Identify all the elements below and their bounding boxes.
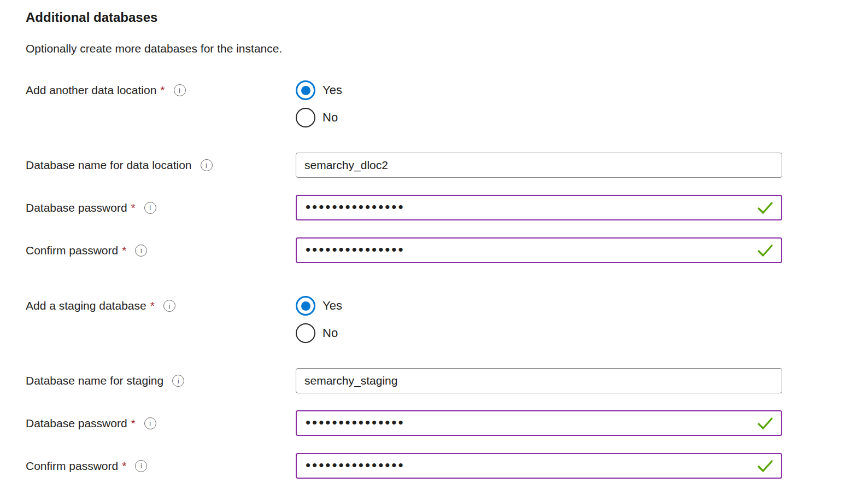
valid-check-icon	[757, 416, 773, 431]
field-label-group: Confirm password * i	[26, 459, 296, 473]
page: { "header": { "title": "Additional datab…	[0, 0, 868, 500]
required-asterisk: *	[122, 243, 126, 258]
radio-dot	[301, 301, 310, 311]
radio-selected-icon	[296, 296, 315, 316]
radio-selected-icon	[296, 80, 315, 100]
form-row-dloc-password: Database password * i •••••••••••••••	[26, 195, 868, 220]
field-label-group: Database password * i	[26, 416, 296, 431]
radio-option-no[interactable]: No	[296, 323, 782, 343]
required-asterisk: *	[131, 201, 136, 215]
masked-password-text: •••••••••••••••	[306, 415, 405, 429]
radio-option-label: No	[322, 326, 338, 340]
field-label: Confirm password	[26, 459, 118, 473]
valid-check-icon	[757, 243, 773, 258]
info-icon[interactable]: i	[172, 375, 184, 387]
radio-unselected-icon	[296, 108, 315, 127]
additional-databases-form: Add another data location * i Yes No	[26, 80, 868, 479]
page-subtitle: Optionally create more databases for the…	[26, 42, 868, 56]
info-icon[interactable]: i	[135, 245, 147, 257]
field-label-group: Database name for data location i	[26, 158, 296, 172]
required-asterisk: *	[131, 416, 136, 431]
radio-group-add-data-location: Yes No	[296, 80, 782, 127]
info-icon-glyph: i	[168, 303, 170, 310]
info-icon-glyph: i	[140, 247, 142, 254]
radio-option-no[interactable]: No	[296, 108, 782, 127]
info-icon[interactable]: i	[174, 84, 186, 96]
info-icon-glyph: i	[149, 420, 151, 427]
info-icon-glyph: i	[206, 162, 207, 169]
field-label-group: Confirm password * i	[26, 243, 296, 258]
form-row-staging-confirm: Confirm password * i •••••••••••••••	[26, 453, 868, 479]
field-label: Add a staging database	[26, 299, 146, 313]
radio-option-yes[interactable]: Yes	[296, 80, 782, 100]
form-panel: Additional databases Optionally create m…	[0, 0, 868, 479]
page-title: Additional databases	[26, 10, 868, 25]
info-icon[interactable]: i	[144, 417, 156, 429]
form-row-add-data-location: Add another data location * i Yes No	[26, 80, 868, 127]
info-icon-glyph: i	[140, 462, 142, 469]
field-label: Database password	[26, 416, 127, 431]
field-label-group: Database password * i	[26, 201, 296, 215]
field-label: Add another data location	[26, 83, 156, 97]
valid-check-icon	[757, 201, 773, 215]
dloc-name-input[interactable]	[296, 153, 782, 178]
dloc-confirm-password-input[interactable]: •••••••••••••••	[296, 237, 782, 263]
field-label-group: Database name for staging i	[26, 374, 296, 388]
field-label: Database password	[26, 201, 127, 215]
radio-group-add-staging: Yes No	[296, 296, 782, 343]
form-row-add-staging: Add a staging database * i Yes No	[26, 296, 868, 343]
radio-option-yes[interactable]: Yes	[296, 296, 782, 316]
required-asterisk: *	[150, 299, 155, 313]
masked-password-text: •••••••••••••••	[306, 458, 405, 472]
field-label: Confirm password	[26, 243, 118, 258]
staging-confirm-password-input[interactable]: •••••••••••••••	[296, 453, 782, 479]
info-icon[interactable]: i	[201, 159, 213, 171]
staging-password-input[interactable]: •••••••••••••••	[296, 410, 782, 436]
field-label-group: Add another data location * i	[26, 83, 296, 97]
info-icon-glyph: i	[149, 204, 151, 211]
info-icon[interactable]: i	[135, 460, 147, 472]
staging-name-input[interactable]	[296, 368, 782, 393]
info-icon-glyph: i	[179, 87, 180, 94]
required-asterisk: *	[122, 459, 126, 473]
field-label: Database name for data location	[26, 158, 192, 172]
form-row-dloc-name: Database name for data location i	[26, 153, 868, 178]
masked-password-text: •••••••••••••••	[306, 242, 405, 257]
info-icon-glyph: i	[178, 377, 179, 385]
radio-option-label: Yes	[322, 83, 342, 97]
info-icon[interactable]: i	[144, 202, 156, 214]
masked-password-text: •••••••••••••••	[306, 200, 405, 214]
required-asterisk: *	[160, 83, 165, 97]
form-row-staging-password: Database password * i •••••••••••••••	[26, 410, 868, 436]
field-label: Database name for staging	[26, 374, 163, 388]
field-label-group: Add a staging database * i	[26, 299, 296, 313]
valid-check-icon	[757, 459, 773, 473]
info-icon[interactable]: i	[163, 300, 175, 312]
form-row-dloc-confirm: Confirm password * i •••••••••••••••	[26, 237, 868, 263]
radio-option-label: Yes	[322, 299, 342, 313]
form-row-staging-name: Database name for staging i	[26, 368, 868, 393]
radio-dot	[301, 86, 310, 95]
radio-option-label: No	[322, 111, 338, 125]
dloc-password-input[interactable]: •••••••••••••••	[296, 195, 782, 220]
radio-unselected-icon	[296, 323, 315, 343]
